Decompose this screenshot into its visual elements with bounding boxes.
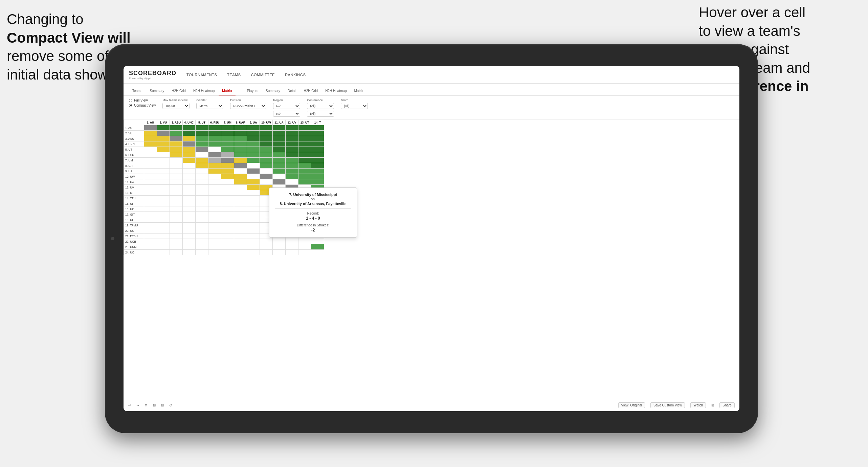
matrix-cell[interactable] [234,217,247,223]
matrix-cell[interactable] [208,147,221,152]
matrix-cell[interactable] [234,228,247,234]
matrix-cell[interactable] [298,158,311,163]
matrix-cell[interactable] [196,196,208,201]
matrix-cell[interactable] [196,223,208,228]
matrix-cell[interactable] [157,163,170,169]
matrix-cell[interactable] [273,152,286,158]
matrix-cell[interactable] [247,163,260,169]
matrix-cell[interactable] [298,125,311,131]
matrix-cell[interactable] [170,174,183,179]
full-view-radio[interactable] [129,99,132,102]
nav-tournaments[interactable]: TOURNAMENTS [186,73,217,77]
matrix-cell[interactable] [208,179,221,185]
matrix-cell[interactable] [298,131,311,136]
matrix-cell[interactable] [273,125,286,131]
matrix-cell[interactable] [196,136,208,141]
filter-conference-select2[interactable]: (All) [307,111,334,117]
matrix-cell[interactable] [157,223,170,228]
matrix-cell[interactable] [298,250,311,255]
tab-players-h2h-grid[interactable]: H2H Grid [300,87,321,95]
matrix-cell[interactable] [196,152,208,158]
matrix-cell[interactable] [311,158,324,163]
matrix-cell[interactable] [144,179,157,185]
matrix-cell[interactable] [273,158,286,163]
matrix-cell[interactable] [234,158,247,163]
matrix-cell[interactable] [298,174,311,179]
matrix-cell[interactable] [260,147,273,152]
matrix-cell[interactable] [247,206,260,212]
matrix-cell[interactable] [247,190,260,196]
matrix-cell[interactable] [170,239,183,244]
matrix-cell[interactable] [183,185,196,190]
matrix-cell[interactable] [311,136,324,141]
matrix-cell[interactable] [157,250,170,255]
matrix-cell[interactable] [286,239,298,244]
matrix-cell[interactable] [221,217,234,223]
full-view-option[interactable]: Full View [129,98,156,102]
matrix-cell[interactable] [247,250,260,255]
matrix-cell[interactable] [273,163,286,169]
matrix-cell[interactable] [234,239,247,244]
matrix-cell[interactable] [208,196,221,201]
matrix-cell[interactable] [170,185,183,190]
matrix-cell[interactable] [311,250,324,255]
matrix-cell[interactable] [196,234,208,239]
matrix-cell[interactable] [273,239,286,244]
matrix-cell[interactable] [183,196,196,201]
matrix-cell[interactable] [170,147,183,152]
matrix-cell[interactable] [196,174,208,179]
matrix-cell[interactable] [144,196,157,201]
matrix-cell[interactable] [234,201,247,206]
matrix-cell[interactable] [311,163,324,169]
matrix-cell[interactable] [144,212,157,217]
nav-committee[interactable]: COMMITTEE [251,73,275,77]
matrix-cell[interactable] [260,131,273,136]
matrix-cell[interactable] [247,131,260,136]
zoom-fit-icon[interactable]: ⊡ [153,403,156,407]
matrix-cell[interactable] [196,163,208,169]
matrix-cell[interactable] [247,136,260,141]
matrix-cell[interactable] [298,179,311,185]
matrix-cell[interactable] [183,234,196,239]
share-button[interactable]: Share [719,402,735,408]
matrix-cell[interactable] [234,174,247,179]
matrix-cell[interactable] [208,223,221,228]
matrix-cell[interactable] [208,228,221,234]
matrix-cell[interactable] [273,250,286,255]
matrix-cell[interactable] [260,152,273,158]
matrix-cell[interactable] [183,152,196,158]
matrix-cell[interactable] [260,136,273,141]
tab-teams[interactable]: Teams [129,87,146,95]
tab-players-matrix[interactable]: Matrix [351,87,367,95]
nav-rankings[interactable]: RANKINGS [285,73,306,77]
matrix-cell[interactable] [144,125,157,131]
matrix-cell[interactable] [208,141,221,147]
matrix-cell[interactable] [311,125,324,131]
matrix-cell[interactable] [273,179,286,185]
matrix-cell[interactable] [273,136,286,141]
matrix-cell[interactable] [286,174,298,179]
matrix-cell[interactable] [208,174,221,179]
matrix-cell[interactable] [260,179,273,185]
matrix-cell[interactable] [234,179,247,185]
zoom-icon[interactable]: ⊟ [161,403,164,407]
matrix-cell[interactable] [183,136,196,141]
matrix-cell[interactable] [170,169,183,174]
matrix-cell[interactable] [196,158,208,163]
matrix-cell[interactable] [234,250,247,255]
tab-summary[interactable]: Summary [146,87,168,95]
matrix-cell[interactable] [260,239,273,244]
matrix-cell[interactable] [144,169,157,174]
matrix-cell[interactable] [298,147,311,152]
matrix-cell[interactable] [157,206,170,212]
matrix-cell[interactable] [183,244,196,250]
matrix-cell[interactable] [144,147,157,152]
matrix-cell[interactable] [170,141,183,147]
matrix-cell[interactable] [144,244,157,250]
matrix-cell[interactable] [234,185,247,190]
matrix-cell[interactable] [208,158,221,163]
matrix-cell[interactable] [247,174,260,179]
matrix-cell[interactable] [311,147,324,152]
matrix-cell[interactable] [273,169,286,174]
matrix-cell[interactable] [247,228,260,234]
